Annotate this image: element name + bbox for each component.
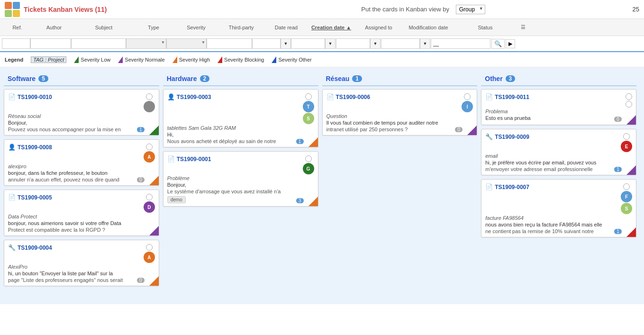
- card-select-checkbox[interactable]: [146, 144, 153, 150]
- card-actions: FS: [621, 183, 632, 214]
- col-header-ref[interactable]: Ref.: [2, 25, 33, 30]
- card-badge: 1: [296, 139, 304, 144]
- card-select-checkbox[interactable]: [146, 93, 153, 100]
- col-header-modification[interactable]: Modification date: [402, 25, 454, 30]
- card-ref[interactable]: 📄 TS1909-0006: [327, 93, 371, 100]
- legend-severity-blocking: Severity Blocking: [218, 56, 264, 63]
- card-select-checkbox[interactable]: [464, 93, 471, 100]
- filter-ref-input[interactable]: [2, 38, 30, 49]
- col-header-menu[interactable]: ☰: [516, 24, 530, 30]
- filter-creation-wrap: ▼: [291, 38, 336, 49]
- card-select-checkbox[interactable]: [623, 183, 630, 190]
- severity-high-label: Severity High: [179, 57, 210, 63]
- kanban-card[interactable]: 🔧 TS1909-0009 E email hi, je préfère vou…: [481, 129, 636, 175]
- col-header-type[interactable]: Type: [132, 25, 175, 30]
- card-badge: 1: [614, 167, 622, 172]
- col-header-thirdparty[interactable]: Third-party: [218, 25, 265, 30]
- filter-nav-button[interactable]: ▶: [506, 39, 515, 48]
- card-ref-text: TS1909-0006: [336, 94, 371, 100]
- card-ref[interactable]: 👤 TS1909-0008: [8, 144, 52, 151]
- severity-high-icon: [172, 56, 177, 63]
- card-select-checkbox[interactable]: [305, 93, 312, 100]
- card-actions: TS: [303, 93, 314, 124]
- col-header-subject[interactable]: Subject: [75, 25, 132, 30]
- card-actions: G: [303, 155, 314, 174]
- group-select[interactable]: Group: [456, 5, 485, 14]
- filter-author-input[interactable]: [30, 38, 71, 49]
- card-third-party: Réseau social: [8, 113, 155, 119]
- group-select-wrap[interactable]: Group: [456, 5, 485, 14]
- card-body-line1: hi, je préfère vous écrire par email, po…: [485, 160, 632, 165]
- card-ref[interactable]: 📄 TS1909-0001: [167, 155, 211, 163]
- filter-assigned-arrow[interactable]: ▼: [370, 38, 381, 49]
- card-ref[interactable]: 🔧 TS1909-0009: [485, 133, 529, 140]
- card-ref[interactable]: 📄 TS1909-0005: [8, 194, 52, 201]
- card-ref-text: TS1909-0011: [495, 94, 529, 100]
- card-avatar: T: [303, 101, 314, 112]
- filter-subject-input[interactable]: [71, 38, 126, 49]
- card-severity-indicator: [149, 176, 159, 185]
- kanban-card[interactable]: 🔧 TS1909-0004 A AlexiPro hi, un bouton "…: [4, 240, 159, 286]
- card-body-line2: annuler n'a aucun effet, pouvez nous dir…: [8, 177, 155, 182]
- card-body-line1: bonjour, dans la fiche professeur, le bo…: [8, 170, 155, 176]
- card-ref[interactable]: 🔧 TS1909-0004: [8, 244, 52, 251]
- kanban-card[interactable]: 📄 TS1909-0010 Réseau social Bonjour, Pou…: [4, 89, 159, 136]
- kanban-card[interactable]: 📄 TS1909-0007 FS facture FA98564 nous av…: [481, 179, 636, 237]
- card-select-checkbox[interactable]: [146, 194, 153, 200]
- col-header-dateread[interactable]: Date read: [265, 25, 308, 30]
- col-header-author[interactable]: Author: [33, 25, 75, 30]
- card-select-checkbox[interactable]: [623, 133, 630, 140]
- filter-modification-arrow[interactable]: ▼: [420, 38, 430, 49]
- kanban-col-count: 2: [200, 75, 210, 82]
- filter-thirdparty-input[interactable]: [207, 38, 252, 49]
- card-actions: I: [462, 93, 473, 112]
- card-ref[interactable]: 📄 TS1909-0011: [485, 93, 529, 100]
- filter-type-select[interactable]: [126, 38, 166, 49]
- col-header-assigned[interactable]: Assigned to: [355, 25, 402, 30]
- card-badge: 0: [614, 117, 622, 122]
- kanban-card[interactable]: 📄 TS1909-0001 G Problème Bonjour, Le sys…: [163, 151, 318, 207]
- filter-search-button[interactable]: 🔍: [491, 39, 505, 49]
- filter-row: ▼ ▼ ▼ ▼ 🔍 ▶: [0, 36, 644, 52]
- legend-severity-other: Severity Other: [272, 56, 311, 63]
- filter-dateread-arrow[interactable]: ▼: [281, 38, 291, 49]
- filter-creation-input[interactable]: [291, 38, 325, 49]
- top-bar: Tickets Kanban Views (11) Put the cards …: [0, 0, 644, 19]
- filter-creation-arrow[interactable]: ▼: [325, 38, 336, 49]
- card-select-checkbox[interactable]: [146, 244, 153, 251]
- kanban-card[interactable]: 👤 TS1909-0008 A alexipro bonjour, dans l…: [4, 139, 159, 186]
- filter-assigned-input[interactable]: [336, 38, 370, 49]
- col-header-status[interactable]: Status: [454, 25, 516, 30]
- filter-modification-input[interactable]: [381, 38, 420, 49]
- card-body-line2: Protect est compatible avec la loi RGPD …: [8, 227, 155, 233]
- card-ref[interactable]: 📄 TS1909-0007: [485, 183, 529, 190]
- kanban-board: Software5 📄 TS1909-0010 Réseau social Bo…: [0, 67, 644, 304]
- kanban-col-count: 5: [38, 75, 48, 82]
- kanban-card[interactable]: 📄 TS1909-0006 I Question Il vous faut co…: [322, 89, 478, 136]
- card-avatar-placeholder: [626, 101, 632, 108]
- card-body-line1: Esto es una prueba: [485, 115, 632, 121]
- card-ref[interactable]: 👤 TS1909-0003: [167, 93, 211, 100]
- card-body-line1: Bonjour,: [8, 120, 155, 126]
- card-severity-indicator: [149, 276, 159, 286]
- kanban-card[interactable]: 📄 TS1909-0011 Problema Esto es una prueb…: [481, 89, 636, 125]
- card-avatars: TS: [303, 101, 314, 124]
- kanban-card[interactable]: 📄 TS1909-0005 D Data Protect bonjour, no…: [4, 190, 159, 236]
- col-header-creation[interactable]: Creation date ▲: [308, 25, 355, 30]
- card-body-line2: Le système d'arrosage que vous avez inst…: [167, 189, 314, 194]
- col-header-severity[interactable]: Severity: [175, 25, 218, 30]
- filter-dateread-input[interactable]: [252, 38, 281, 49]
- severity-normale-icon: [118, 56, 123, 63]
- kanban-card[interactable]: 👤 TS1909-0003 TS tablettes Sam Gala 32G …: [163, 89, 318, 147]
- card-select-checkbox[interactable]: [305, 155, 312, 162]
- severity-blocking-label: Severity Blocking: [224, 57, 264, 63]
- card-avatar: S: [303, 113, 314, 124]
- filter-status-input[interactable]: [431, 38, 490, 49]
- filter-type-wrap[interactable]: [126, 38, 166, 49]
- card-doc-icon: 📄: [327, 93, 334, 100]
- card-select-checkbox[interactable]: [626, 93, 632, 100]
- filter-severity-select[interactable]: [166, 38, 207, 49]
- card-body-line1: nous avons bien reçu la facture FA98564 …: [485, 222, 632, 227]
- card-ref[interactable]: 📄 TS1909-0010: [8, 93, 52, 100]
- filter-severity-wrap[interactable]: [166, 38, 207, 49]
